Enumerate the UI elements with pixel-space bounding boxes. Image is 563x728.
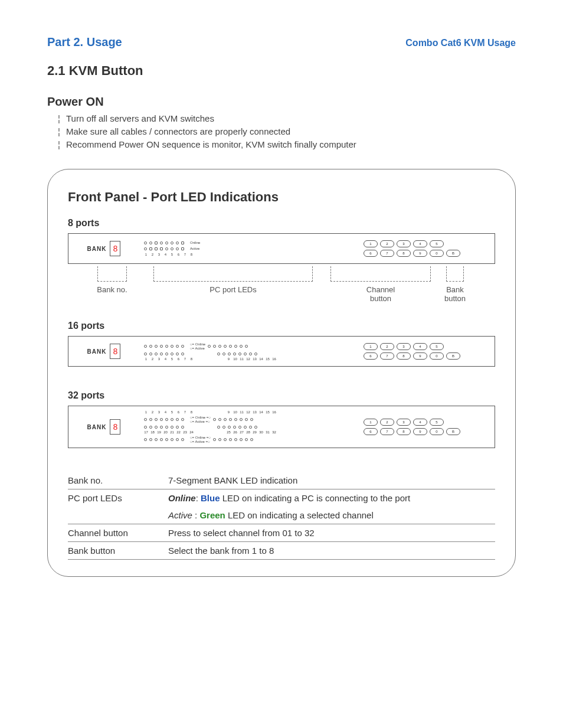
led-icon <box>176 352 179 355</box>
header-product: Combo Cat6 KVM Usage <box>405 38 516 48</box>
channel-button[interactable]: 1 <box>364 240 378 247</box>
channel-button[interactable]: 7 <box>380 352 394 360</box>
led-icon <box>250 438 253 441</box>
pc-port-leds-16: ○= Online○= Active 12345678 910111213141… <box>139 337 359 366</box>
seg7-display: 8 <box>110 344 120 359</box>
led-icon <box>149 247 152 250</box>
channel-button[interactable]: 3 <box>397 343 411 350</box>
led-icon <box>165 241 168 244</box>
channel-button[interactable]: 7 <box>380 250 394 257</box>
led-icon <box>245 418 248 421</box>
channel-button[interactable]: 2 <box>380 343 394 350</box>
led-icon <box>222 426 225 429</box>
led-icon <box>155 438 158 441</box>
list-item: ¦ Make sure all cables / connectors are … <box>58 125 516 138</box>
front-panel-32: BANK 8 12345678 910111213141516 ○= Onlin… <box>68 406 495 448</box>
led-icon <box>240 418 243 421</box>
led-icon <box>229 418 232 421</box>
channel-button[interactable]: 2 <box>380 240 394 247</box>
led-icon <box>144 418 147 421</box>
led-icon <box>217 426 220 429</box>
callout-label: PC port LEDs <box>150 285 316 294</box>
led-icon <box>244 352 247 355</box>
led-icon <box>149 438 152 441</box>
list-item: ¦ Turn off all servers and KVM switches <box>58 112 516 125</box>
led-icon <box>254 352 257 355</box>
bank-label: BANK <box>87 246 107 252</box>
channel-button[interactable]: 2 <box>380 419 394 426</box>
active-label: Active <box>168 510 192 520</box>
legend-key: PC port LEDs <box>68 493 168 503</box>
led-icon <box>171 438 174 441</box>
channel-button[interactable]: 4 <box>413 240 427 247</box>
led-icon <box>176 426 179 429</box>
channel-button[interactable]: 0 <box>430 352 444 360</box>
legend-value: 7-Segment BANK LED indication <box>168 475 495 485</box>
led-icon <box>176 247 179 250</box>
led-icon <box>160 418 163 421</box>
table-row: Channel button Press to select channel f… <box>68 524 495 542</box>
channel-button[interactable]: 0 <box>430 250 444 257</box>
legend-key: Channel button <box>68 528 168 538</box>
channel-button[interactable]: 9 <box>413 250 427 257</box>
bank-indicator: BANK 8 <box>68 337 139 366</box>
channel-button[interactable]: 6 <box>364 428 378 435</box>
led-icon <box>144 345 147 348</box>
callout-channel-btn: Channel button <box>328 266 434 303</box>
channel-button[interactable]: 5 <box>430 419 444 426</box>
channel-button[interactable]: 0 <box>430 428 444 435</box>
channel-button[interactable]: 8 <box>397 428 411 435</box>
led-icon <box>238 426 241 429</box>
panel-buttons: 1 2 3 4 5 6 7 8 9 0 B <box>359 337 495 366</box>
seg7-display: 8 <box>110 419 120 435</box>
led-icon <box>240 438 243 441</box>
led-icon <box>181 241 184 244</box>
led-icon <box>176 241 179 244</box>
led-icon <box>155 352 158 355</box>
ports-32-heading: 32 ports <box>68 390 495 401</box>
ports-16-heading: 16 ports <box>68 321 495 331</box>
channel-button[interactable]: 6 <box>364 352 378 360</box>
bank-button[interactable]: B <box>446 352 460 360</box>
led-numbers-mid: 1718192021222324 2526272829303132 <box>144 430 354 434</box>
led-icon <box>144 247 147 250</box>
led-icon <box>165 418 168 421</box>
led-icon <box>233 352 236 355</box>
channel-button[interactable]: 7 <box>380 428 394 435</box>
channel-button[interactable]: 3 <box>397 240 411 247</box>
panel-buttons: 1 2 3 4 5 6 7 8 9 0 B <box>359 234 495 263</box>
channel-button[interactable]: 9 <box>413 428 427 435</box>
channel-button[interactable]: 8 <box>397 250 411 257</box>
led-icon <box>234 418 237 421</box>
channel-button[interactable]: 5 <box>430 240 444 247</box>
channel-button[interactable]: 1 <box>364 343 378 350</box>
led-icon <box>254 426 257 429</box>
led-icon <box>229 438 232 441</box>
channel-button[interactable]: 4 <box>413 343 427 350</box>
callout-pc-leds: PC port LEDs <box>150 266 316 294</box>
button-row-2: 6 7 8 9 0 B <box>364 352 490 360</box>
legend-key: Bank no. <box>68 475 168 485</box>
channel-button[interactable]: 4 <box>413 419 427 426</box>
table-row: Bank button Select the bank from 1 to 8 <box>68 542 495 560</box>
channel-button[interactable]: 6 <box>364 250 378 257</box>
legend-value: Active : Green LED on indicating a selec… <box>168 510 495 520</box>
channel-button[interactable]: 5 <box>430 343 444 350</box>
channel-button[interactable]: 9 <box>413 352 427 360</box>
led-icon <box>160 438 163 441</box>
channel-button[interactable]: 8 <box>397 352 411 360</box>
led-icon <box>149 345 152 348</box>
button-row-1: 1 2 3 4 5 <box>364 240 490 247</box>
bank-button[interactable]: B <box>446 428 460 435</box>
channel-button[interactable]: 3 <box>397 419 411 426</box>
led-icon <box>218 418 221 421</box>
led-icon <box>149 426 152 429</box>
led-icon <box>176 438 179 441</box>
led-icon <box>155 426 158 429</box>
pc-port-leds-8: Online Active 12345678 <box>139 234 359 263</box>
led-icon <box>229 345 232 348</box>
bank-button[interactable]: B <box>446 250 460 257</box>
channel-button[interactable]: 1 <box>364 419 378 426</box>
list-item-text: Make sure all cables / connectors are pr… <box>66 125 290 138</box>
led-icon <box>144 352 147 355</box>
